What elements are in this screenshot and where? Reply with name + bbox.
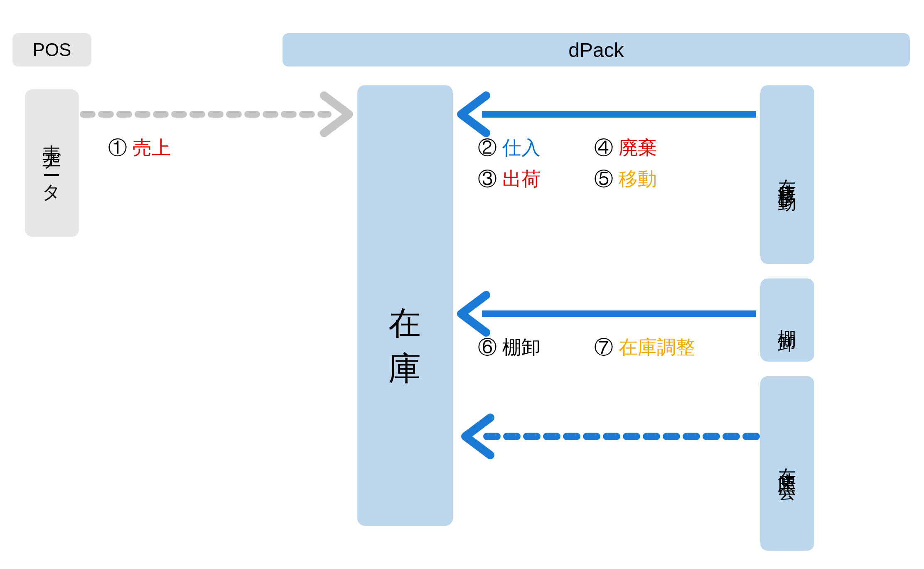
label-1: ① 売上 [108, 135, 171, 161]
label-3-text: 出荷 [502, 168, 541, 190]
label-5-num: ⑤ [594, 168, 613, 190]
label-4-num: ④ [594, 137, 613, 158]
label-6-num: ⑥ [478, 336, 497, 358]
zaiko-move-label: 在庫移動 [775, 165, 800, 185]
arrow-query-to-zaiko [465, 418, 756, 455]
dpack-header-box: dPack [283, 33, 910, 67]
pos-header-box: POS [12, 33, 91, 67]
label-7: ⑦ 在庫調整 [594, 335, 695, 360]
zaiko-move-box: 在庫移動 [760, 85, 814, 264]
label-1-text: 売上 [133, 137, 171, 158]
label-5: ⑤ 移動 [594, 166, 657, 192]
diagram-canvas: POS dPack 売上データ 在 庫 在庫移動 棚卸 在庫照会 [0, 0, 924, 569]
label-4-text: 廃棄 [619, 137, 657, 158]
tanaoroshi-label: 棚卸 [775, 315, 800, 325]
zaiko-query-label: 在庫照会 [775, 453, 800, 473]
label-5-text: 移動 [619, 168, 657, 190]
label-3: ③ 出荷 [478, 166, 541, 192]
label-4: ④ 廃棄 [594, 135, 657, 161]
label-2-num: ② [478, 137, 497, 158]
label-1-num: ① [108, 137, 127, 158]
pos-header-label: POS [33, 39, 71, 60]
label-6-text: 棚卸 [502, 336, 541, 358]
arrow-tana-to-zaiko [461, 295, 756, 333]
label-6: ⑥ 棚卸 [478, 335, 541, 360]
label-3-num: ③ [478, 168, 497, 190]
zaiko-query-box: 在庫照会 [760, 376, 814, 551]
label-7-text: 在庫調整 [619, 336, 695, 358]
sales-data-box: 売上データ [25, 89, 79, 237]
arrow-sales-to-zaiko [83, 96, 349, 133]
label-7-num: ⑦ [594, 336, 613, 358]
tanaoroshi-box: 棚卸 [760, 278, 814, 362]
zaiko-box: 在 庫 [357, 85, 453, 526]
sales-data-label: 売上データ [40, 130, 64, 197]
dpack-header-label: dPack [568, 39, 624, 62]
label-2-text: 仕入 [502, 137, 541, 158]
zaiko-label: 在 庫 [376, 282, 434, 329]
label-2: ② 仕入 [478, 135, 541, 161]
arrow-move-to-zaiko [461, 96, 756, 133]
